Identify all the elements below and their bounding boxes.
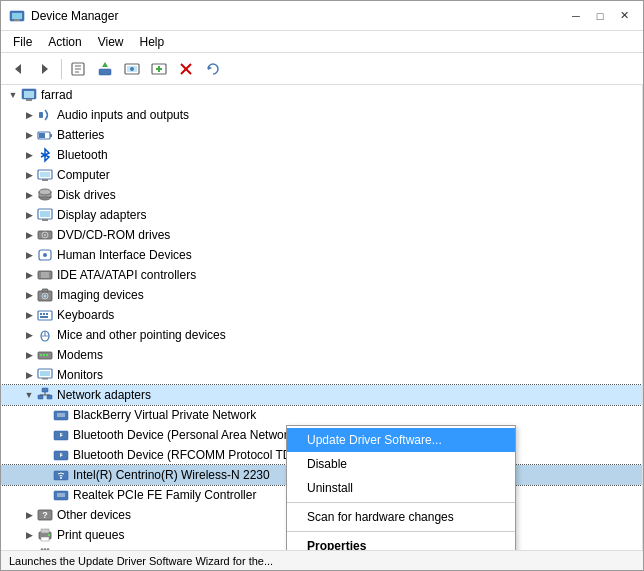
processors-expand[interactable]: ▶ bbox=[21, 547, 37, 550]
context-menu-disable[interactable]: Disable bbox=[287, 452, 515, 476]
print-label: Print queues bbox=[57, 528, 124, 542]
forward-button[interactable] bbox=[32, 57, 58, 81]
tree-disk[interactable]: ▶ Disk drives bbox=[1, 185, 642, 205]
dvd-icon bbox=[37, 227, 53, 243]
refresh-icon bbox=[205, 61, 221, 77]
mouse-icon bbox=[37, 327, 53, 343]
tree-monitors[interactable]: ▶ Monitors bbox=[1, 365, 642, 385]
svg-point-76 bbox=[60, 477, 62, 479]
tree-blackberry[interactable]: ▶ BlackBerry Virtual Private Network bbox=[1, 405, 642, 425]
tree-display[interactable]: ▶ Display adapters bbox=[1, 205, 642, 225]
scan-hardware-icon bbox=[124, 61, 140, 77]
update-driver-button[interactable] bbox=[92, 57, 118, 81]
close-button[interactable]: ✕ bbox=[613, 6, 635, 26]
minimize-button[interactable]: ─ bbox=[565, 6, 587, 26]
batteries-expand[interactable]: ▶ bbox=[21, 127, 37, 143]
remove-button[interactable] bbox=[173, 57, 199, 81]
svg-rect-29 bbox=[42, 179, 48, 181]
back-icon bbox=[11, 62, 25, 76]
network-device-icon bbox=[53, 407, 69, 423]
bt-pan-icon bbox=[53, 427, 69, 443]
add-hardware-button[interactable] bbox=[146, 57, 172, 81]
monitors-label: Monitors bbox=[57, 368, 103, 382]
svg-rect-53 bbox=[40, 316, 48, 318]
audio-expand[interactable]: ▶ bbox=[21, 107, 37, 123]
processors-label: Processors bbox=[57, 548, 117, 550]
maximize-button[interactable]: □ bbox=[589, 6, 611, 26]
tree-keyboards[interactable]: ▶ Keyboards bbox=[1, 305, 642, 325]
keyboards-expand[interactable]: ▶ bbox=[21, 307, 37, 323]
other-label: Other devices bbox=[57, 508, 131, 522]
display-expand[interactable]: ▶ bbox=[21, 207, 37, 223]
tree-batteries[interactable]: ▶ Batteries bbox=[1, 125, 642, 145]
tree-hid[interactable]: ▶ Human Interface Devices bbox=[1, 245, 642, 265]
mice-expand[interactable]: ▶ bbox=[21, 327, 37, 343]
tree-bluetooth[interactable]: ▶ Bluetooth bbox=[1, 145, 642, 165]
computer-node-icon bbox=[37, 167, 53, 183]
root-expand-icon[interactable]: ▼ bbox=[5, 87, 21, 103]
modems-expand[interactable]: ▶ bbox=[21, 347, 37, 363]
device-manager-window: Device Manager ─ □ ✕ File Action View He… bbox=[0, 0, 644, 571]
scan-hardware-button[interactable] bbox=[119, 57, 145, 81]
imaging-expand[interactable]: ▶ bbox=[21, 287, 37, 303]
computer-expand[interactable]: ▶ bbox=[21, 167, 37, 183]
svg-point-47 bbox=[44, 295, 47, 298]
svg-point-32 bbox=[39, 189, 51, 195]
disk-expand[interactable]: ▶ bbox=[21, 187, 37, 203]
hid-expand[interactable]: ▶ bbox=[21, 247, 37, 263]
svg-point-38 bbox=[44, 234, 46, 236]
bluetooth-expand[interactable]: ▶ bbox=[21, 147, 37, 163]
other-icon: ? bbox=[37, 507, 53, 523]
refresh-button[interactable] bbox=[200, 57, 226, 81]
tree-audio[interactable]: ▶ Audio inputs and outputs bbox=[1, 105, 642, 125]
forward-icon bbox=[38, 62, 52, 76]
tree-modems[interactable]: ▶ Modems bbox=[1, 345, 642, 365]
svg-rect-52 bbox=[46, 313, 48, 315]
svg-rect-83 bbox=[41, 529, 49, 533]
dvd-label: DVD/CD-ROM drives bbox=[57, 228, 170, 242]
tree-ide[interactable]: ▶ IDE ATA/ATAPI controllers bbox=[1, 265, 642, 285]
main-content: ▼ farrad ▶ bbox=[1, 85, 643, 550]
svg-rect-25 bbox=[39, 133, 45, 138]
tree-network-adapters[interactable]: ▼ Network adapters bbox=[1, 385, 642, 405]
toolbar bbox=[1, 53, 643, 85]
tree-dvd[interactable]: ▶ DVD/CD-ROM drives bbox=[1, 225, 642, 245]
menu-help[interactable]: Help bbox=[132, 33, 173, 51]
back-button[interactable] bbox=[5, 57, 31, 81]
tree-root[interactable]: ▼ farrad bbox=[1, 85, 642, 105]
svg-point-85 bbox=[48, 534, 50, 536]
status-text: Launches the Update Driver Software Wiza… bbox=[9, 555, 273, 567]
tree-mice[interactable]: ▶ Mice and other pointing devices bbox=[1, 325, 642, 345]
bluetooth-label: Bluetooth bbox=[57, 148, 108, 162]
properties-button[interactable] bbox=[65, 57, 91, 81]
wireless-icon bbox=[53, 467, 69, 483]
menu-action[interactable]: Action bbox=[40, 33, 89, 51]
imaging-icon bbox=[37, 287, 53, 303]
ide-label: IDE ATA/ATAPI controllers bbox=[57, 268, 196, 282]
realtek-label: Realtek PCIe FE Family Controller bbox=[73, 488, 256, 502]
context-menu-properties[interactable]: Properties bbox=[287, 534, 515, 550]
tree-computer[interactable]: ▶ Computer bbox=[1, 165, 642, 185]
context-menu-uninstall[interactable]: Uninstall bbox=[287, 476, 515, 500]
context-menu-scan[interactable]: Scan for hardware changes bbox=[287, 505, 515, 529]
other-expand[interactable]: ▶ bbox=[21, 507, 37, 523]
svg-rect-35 bbox=[42, 219, 48, 221]
audio-label: Audio inputs and outputs bbox=[57, 108, 189, 122]
network-adapters-expand[interactable]: ▼ bbox=[21, 387, 37, 403]
battery-icon bbox=[37, 127, 53, 143]
svg-marker-3 bbox=[15, 64, 21, 74]
monitors-expand[interactable]: ▶ bbox=[21, 367, 37, 383]
svg-rect-65 bbox=[38, 395, 43, 399]
ide-expand[interactable]: ▶ bbox=[21, 267, 37, 283]
status-bar: Launches the Update Driver Software Wiza… bbox=[1, 550, 643, 570]
dvd-expand[interactable]: ▶ bbox=[21, 227, 37, 243]
context-menu-update-driver[interactable]: Update Driver Software... bbox=[287, 428, 515, 452]
ide-icon bbox=[37, 267, 53, 283]
menu-file[interactable]: File bbox=[5, 33, 40, 51]
tree-panel[interactable]: ▼ farrad ▶ bbox=[1, 85, 643, 550]
tree-imaging[interactable]: ▶ Imaging devices bbox=[1, 285, 642, 305]
menu-view[interactable]: View bbox=[90, 33, 132, 51]
title-bar: Device Manager ─ □ ✕ bbox=[1, 1, 643, 31]
print-expand[interactable]: ▶ bbox=[21, 527, 37, 543]
svg-point-40 bbox=[43, 253, 47, 257]
